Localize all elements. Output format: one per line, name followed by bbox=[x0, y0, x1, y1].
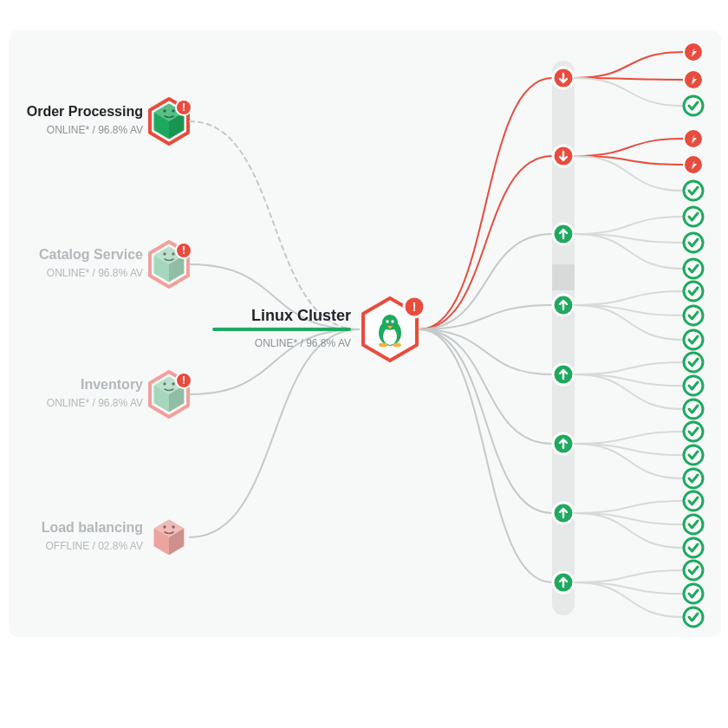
svg-point-2 bbox=[172, 109, 174, 112]
host-node[interactable] bbox=[553, 503, 574, 523]
host-node[interactable] bbox=[553, 68, 574, 88]
service-title-lb: Load balancing bbox=[42, 520, 143, 535]
svg-point-19 bbox=[391, 320, 393, 322]
svg-point-14 bbox=[172, 525, 174, 528]
leaf-node[interactable] bbox=[684, 42, 703, 62]
center-title: Linux Cluster bbox=[251, 307, 351, 324]
leaf-node[interactable] bbox=[684, 306, 703, 325]
svg-rect-23 bbox=[552, 264, 575, 290]
svg-point-1 bbox=[163, 109, 166, 112]
svg-point-9 bbox=[163, 382, 166, 385]
center-health-bar bbox=[212, 328, 351, 331]
svg-point-21 bbox=[393, 343, 401, 348]
service-title-order: Order Processing bbox=[27, 104, 143, 119]
svg-text:!: ! bbox=[182, 101, 185, 114]
leaf-node[interactable] bbox=[684, 129, 703, 148]
leaf-node[interactable] bbox=[684, 70, 703, 89]
service-status-lb: OFFLINE / 02.8% AV bbox=[46, 540, 144, 552]
leaf-node[interactable] bbox=[684, 561, 703, 580]
leaf-node[interactable] bbox=[684, 515, 703, 534]
leaf-node[interactable] bbox=[684, 207, 703, 226]
leaf-node[interactable] bbox=[684, 538, 703, 557]
svg-point-10 bbox=[172, 382, 174, 385]
leaf-node[interactable] bbox=[684, 445, 703, 465]
service-status-order: ONLINE* / 96.8% AV bbox=[47, 124, 143, 136]
host-track bbox=[552, 61, 575, 615]
service-title-catalog: Catalog Service bbox=[39, 247, 143, 262]
center-status: ONLINE* / 96.8% AV bbox=[255, 337, 351, 349]
svg-point-5 bbox=[163, 252, 166, 255]
service-status-inv: ONLINE* / 96.8% AV bbox=[47, 397, 143, 409]
svg-text:!: ! bbox=[182, 244, 185, 257]
leaf-node[interactable] bbox=[684, 422, 703, 441]
leaf-node[interactable] bbox=[684, 608, 703, 627]
leaf-node[interactable] bbox=[684, 584, 703, 603]
host-node[interactable] bbox=[553, 364, 574, 385]
leaf-node[interactable] bbox=[684, 233, 703, 252]
leaf-node[interactable] bbox=[684, 376, 703, 395]
host-node[interactable] bbox=[553, 295, 574, 315]
host-node[interactable] bbox=[553, 572, 574, 593]
svg-point-20 bbox=[379, 343, 387, 348]
leaf-node[interactable] bbox=[684, 469, 703, 488]
leaf-node[interactable] bbox=[684, 491, 703, 510]
svg-point-18 bbox=[386, 320, 388, 322]
service-status-catalog: ONLINE* / 96.8% AV bbox=[47, 267, 143, 279]
service-title-inv: Inventory bbox=[81, 377, 143, 392]
leaf-node[interactable] bbox=[684, 181, 703, 200]
svg-point-6 bbox=[172, 252, 174, 255]
host-node[interactable] bbox=[553, 146, 574, 166]
leaf-node[interactable] bbox=[684, 155, 703, 174]
leaf-node[interactable] bbox=[684, 400, 703, 419]
svg-text:!: ! bbox=[413, 299, 417, 314]
leaf-node[interactable] bbox=[684, 259, 703, 278]
svg-point-13 bbox=[163, 525, 166, 528]
leaf-node[interactable] bbox=[684, 282, 703, 301]
leaf-node[interactable] bbox=[684, 96, 703, 115]
host-node[interactable] bbox=[553, 224, 574, 244]
svg-text:!: ! bbox=[182, 374, 185, 387]
leaf-node[interactable] bbox=[684, 330, 703, 349]
host-node[interactable] bbox=[553, 433, 574, 454]
leaf-node[interactable] bbox=[684, 353, 703, 372]
